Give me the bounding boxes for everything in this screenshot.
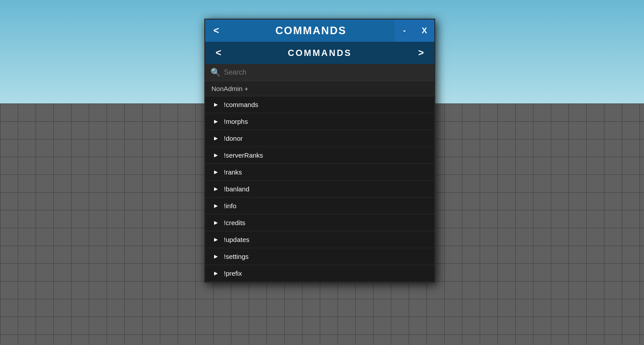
list-item[interactable]: ▶ !commands: [205, 96, 434, 113]
expand-icon: ▶: [214, 270, 218, 276]
title-bar-back-button[interactable]: <: [205, 20, 227, 42]
title-bar-title: COMMANDS: [227, 24, 394, 37]
command-label: !banland: [224, 185, 250, 193]
expand-icon: ▶: [214, 119, 218, 124]
list-item[interactable]: ▶ !ranks: [205, 164, 434, 181]
command-label: !donor: [224, 135, 243, 142]
commands-dialog: < COMMANDS - X < COMMANDS > 🔍 NonAdmin +…: [204, 19, 435, 283]
command-label: !settings: [224, 253, 249, 260]
title-bar-controls: - X: [394, 20, 434, 42]
sub-header: < COMMANDS >: [205, 42, 434, 64]
list-item[interactable]: ▶ !donor: [205, 130, 434, 147]
expand-icon: ▶: [214, 254, 218, 259]
list-item[interactable]: ▶ !settings: [205, 248, 434, 265]
expand-icon: ▶: [214, 169, 218, 175]
expand-icon: ▶: [214, 102, 218, 107]
minimize-button[interactable]: -: [394, 20, 414, 42]
close-button[interactable]: X: [414, 20, 434, 42]
expand-icon: ▶: [214, 152, 218, 158]
command-label: !prefix: [224, 270, 242, 277]
next-page-button[interactable]: >: [412, 44, 430, 62]
command-label: !updates: [224, 236, 250, 243]
command-label: !morphs: [224, 118, 248, 125]
expand-icon: ▶: [214, 135, 218, 141]
command-label: !ranks: [224, 168, 242, 176]
list-item[interactable]: ▶ !prefix: [205, 265, 434, 282]
category-label: NonAdmin +: [205, 81, 434, 96]
command-label: !commands: [224, 101, 258, 108]
expand-icon: ▶: [214, 186, 218, 192]
list-item[interactable]: ▶ !updates: [205, 231, 434, 248]
search-input[interactable]: [224, 68, 429, 76]
expand-icon: ▶: [214, 220, 218, 226]
list-item[interactable]: ▶ !serverRanks: [205, 147, 434, 164]
list-item[interactable]: ▶ !morphs: [205, 113, 434, 130]
title-bar: < COMMANDS - X: [205, 20, 434, 42]
search-icon: 🔍: [211, 67, 220, 77]
commands-list: NonAdmin + ▶ !commands ▶ !morphs ▶ !dono…: [205, 81, 434, 282]
list-item[interactable]: ▶ !info: [205, 198, 434, 214]
command-label: !info: [224, 202, 236, 210]
expand-icon: ▶: [214, 203, 218, 209]
command-label: !serverRanks: [224, 151, 263, 159]
list-item[interactable]: ▶ !credits: [205, 214, 434, 231]
expand-icon: ▶: [214, 237, 218, 242]
sub-header-title: COMMANDS: [227, 48, 412, 58]
prev-page-button[interactable]: <: [210, 44, 227, 62]
search-bar: 🔍: [205, 64, 434, 81]
command-label: !credits: [224, 219, 245, 226]
list-item[interactable]: ▶ !banland: [205, 181, 434, 198]
